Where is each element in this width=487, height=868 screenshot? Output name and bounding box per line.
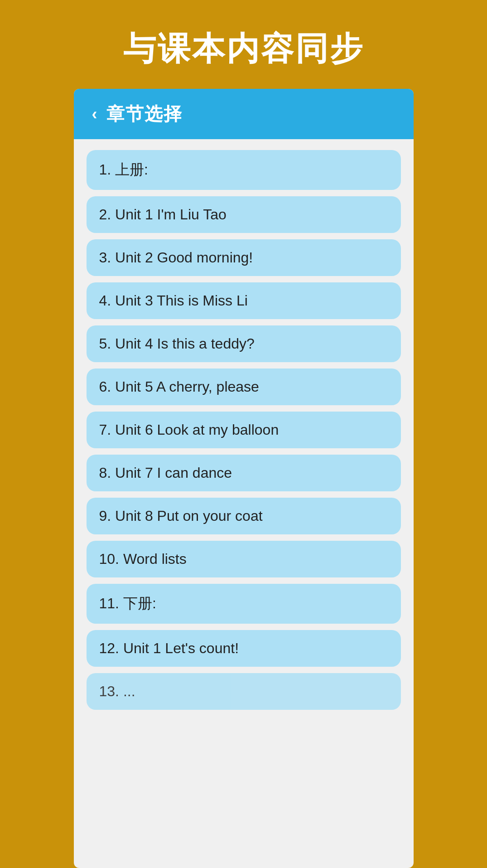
- list-item[interactable]: 6. Unit 5 A cherry, please: [87, 369, 401, 405]
- header-title: 章节选择: [106, 102, 183, 126]
- list-item[interactable]: 3. Unit 2 Good morning!: [87, 239, 401, 276]
- list-item[interactable]: 5. Unit 4 Is this a teddy?: [87, 325, 401, 362]
- list-item[interactable]: 7. Unit 6 Look at my balloon: [87, 412, 401, 448]
- list-item[interactable]: 11. 下册:: [87, 584, 401, 624]
- list-item[interactable]: 9. Unit 8 Put on your coat: [87, 498, 401, 534]
- list-item[interactable]: 10. Word lists: [87, 541, 401, 577]
- list-item[interactable]: 12. Unit 1 Let's count!: [87, 630, 401, 667]
- main-card: ‹ 章节选择 1. 上册:2. Unit 1 I'm Liu Tao3. Uni…: [74, 89, 414, 868]
- header-bar: ‹ 章节选择: [74, 89, 414, 139]
- list-item[interactable]: 4. Unit 3 This is Miss Li: [87, 282, 401, 319]
- list-item[interactable]: 8. Unit 7 I can dance: [87, 455, 401, 491]
- list-item[interactable]: 2. Unit 1 I'm Liu Tao: [87, 196, 401, 233]
- back-button[interactable]: ‹: [92, 105, 97, 124]
- chapter-list: 1. 上册:2. Unit 1 I'm Liu Tao3. Unit 2 Goo…: [74, 139, 414, 721]
- list-item[interactable]: 1. 上册:: [87, 150, 401, 190]
- list-item[interactable]: 13. ...: [87, 673, 401, 710]
- page-title: 与课本内容同步: [123, 27, 364, 71]
